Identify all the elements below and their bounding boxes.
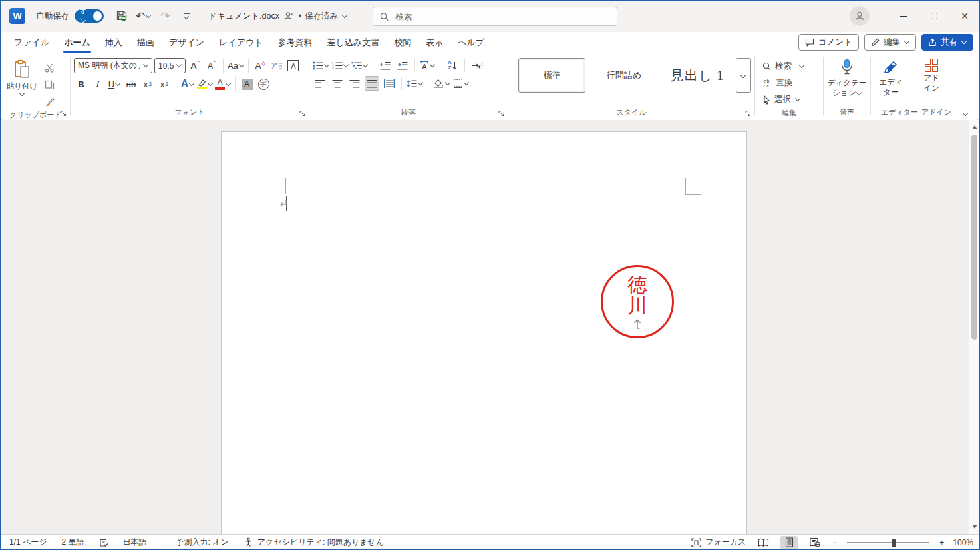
font-dialog-launcher[interactable] [299,111,305,117]
cut-button[interactable] [41,60,57,75]
comments-button[interactable]: コメント [798,34,859,51]
font-size-combobox[interactable]: 10.5 [154,58,186,73]
select-button[interactable]: 選択 [758,91,820,108]
character-border-button[interactable]: A [286,59,301,73]
paragraph-dialog-launcher[interactable] [498,111,504,117]
character-shading-button[interactable]: A [240,77,254,91]
styles-dialog-launcher[interactable] [745,111,751,117]
strikethrough-button[interactable]: ab [124,77,138,91]
shrink-font-button[interactable]: Aˇ [204,59,219,73]
numbered-list-button[interactable] [332,58,349,73]
proofing-status[interactable] [99,538,108,547]
tab-references[interactable]: 参考資料 [271,32,320,53]
scrollbar-thumb[interactable] [971,135,977,340]
editor-button[interactable]: エディター [874,58,907,97]
font-color-button[interactable]: A [215,77,231,91]
clear-formatting-button[interactable]: A◊ [253,59,267,73]
document-canvas[interactable]: 徳 川 [0,120,980,534]
superscript-button[interactable]: x2 [157,77,172,91]
font-family-combobox[interactable]: MS 明朝 (本文のフ [74,58,152,73]
asian-layout-button[interactable]: A [420,58,435,73]
document-title-area[interactable]: ドキュメント.docx • 保存済み [208,11,347,22]
style-heading1[interactable]: 見出し 1 [662,58,732,93]
show-editing-marks-button[interactable] [470,58,484,73]
increase-indent-button[interactable] [395,58,410,73]
line-spacing-button[interactable] [407,76,423,91]
collapse-ribbon-button[interactable] [963,111,968,116]
align-center-button[interactable] [330,76,345,91]
addins-button[interactable]: アドイン [915,58,948,93]
page-indicator[interactable]: 1/1 ページ [9,537,47,548]
styles-gallery-more-button[interactable] [736,58,751,93]
word-count[interactable]: 2 単語 [62,537,84,548]
account-avatar[interactable] [850,6,870,26]
tab-layout[interactable]: レイアウト [212,32,271,53]
tab-insert[interactable]: 挿入 [98,32,130,53]
zoom-slider[interactable] [847,542,929,543]
replace-button[interactable]: bc 置換 [758,75,820,91]
sort-button[interactable]: AZ [445,58,460,73]
find-button[interactable]: 検索 [758,58,820,75]
copy-button[interactable] [41,77,57,93]
style-no-spacing[interactable]: 行間詰め [589,58,659,93]
maximize-button[interactable] [919,1,949,31]
vertical-scrollbar[interactable] [969,120,979,534]
clipboard-dialog-launcher[interactable] [61,111,67,117]
text-effects-button[interactable]: A [180,77,195,91]
accessibility-status[interactable]: アクセシビリティ: 問題ありません [244,537,384,548]
tab-view[interactable]: 表示 [418,32,450,53]
tab-file[interactable]: ファイル [7,32,57,53]
document-page[interactable]: 徳 川 [221,131,747,534]
close-button[interactable]: ✕ [949,1,980,31]
scroll-down-arrow[interactable] [972,525,977,529]
read-mode-button[interactable] [754,536,772,549]
tab-home[interactable]: ホーム [57,32,98,53]
redo-button[interactable]: ↷ [158,9,172,23]
align-left-button[interactable] [313,76,327,91]
customize-qat-button[interactable] [179,9,194,23]
change-case-button[interactable]: Aa [228,59,244,73]
autosave-toggle[interactable]: オン [75,9,104,23]
zoom-in-button[interactable]: + [939,538,944,547]
dictation-button[interactable]: ディクテーション [827,58,867,98]
tab-draw[interactable]: 描画 [130,32,162,53]
paste-button[interactable]: 貼り付け [3,58,41,110]
underline-button[interactable]: U [107,77,122,91]
borders-button[interactable] [453,76,469,91]
zoom-slider-thumb[interactable] [892,539,896,547]
tab-review[interactable]: 校閲 [387,32,418,53]
tab-mailings[interactable]: 差し込み文書 [320,32,387,53]
save-status-button[interactable]: • 保存済み [299,11,347,22]
share-button[interactable]: 共有 [921,34,973,51]
search-input[interactable] [394,11,610,22]
align-right-button[interactable] [347,76,362,91]
highlight-color-button[interactable] [197,77,213,91]
bold-button[interactable]: B [74,77,88,91]
save-button[interactable] [114,9,129,23]
zoom-out-button[interactable]: − [832,538,837,547]
text-prediction-indicator[interactable]: 予測入力: オン [176,537,229,548]
distribute-button[interactable] [382,76,397,91]
minimize-button[interactable] [888,1,919,31]
undo-button[interactable]: ↶ [136,9,151,23]
bullet-list-button[interactable] [313,58,329,73]
multilevel-list-button[interactable] [351,58,368,73]
editing-mode-button[interactable]: 編集 [864,34,916,51]
web-layout-button[interactable] [806,536,824,549]
italic-button[interactable]: I [90,77,105,91]
zoom-level[interactable]: 100% [953,538,973,547]
enclose-characters-button[interactable]: 字 [256,77,271,91]
tab-design[interactable]: デザイン [162,32,212,53]
search-box[interactable] [373,7,617,26]
scroll-up-arrow[interactable] [972,125,977,129]
hanko-stamp[interactable]: 徳 川 [601,265,674,338]
format-painter-button[interactable] [41,95,57,110]
phonetic-guide-button[interactable]: ア [269,59,284,73]
style-normal[interactable]: 標準 [518,58,585,93]
grow-font-button[interactable]: Aˆ [188,59,202,73]
word-app-icon[interactable]: W [9,8,25,24]
print-layout-button[interactable] [780,536,798,549]
language-indicator[interactable]: 日本語 [123,537,147,548]
decrease-indent-button[interactable] [378,58,393,73]
shading-button[interactable] [433,76,450,91]
